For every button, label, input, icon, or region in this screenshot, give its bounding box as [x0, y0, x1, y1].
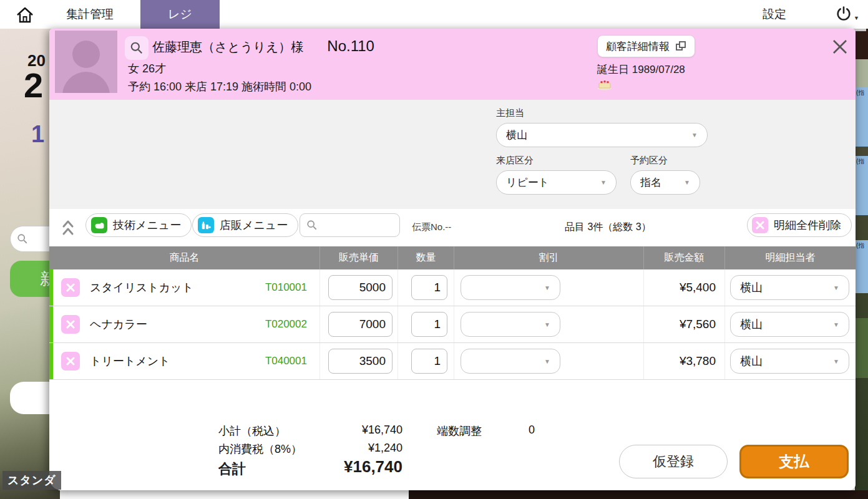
chevron-down-icon: ▼ [854, 15, 859, 21]
item-count: 品目 3件（総数 3） [565, 221, 651, 234]
item-search-field[interactable] [300, 213, 400, 237]
item-code: T040001 [265, 355, 307, 367]
rounding-label: 端数調整 [437, 424, 482, 438]
tax-value: ¥1,240 [311, 442, 402, 455]
table-row: スタイリストカット T010001 ¥5,400 横山 [49, 269, 856, 306]
pay-button[interactable]: 支払 [739, 445, 849, 478]
discount-select[interactable] [461, 275, 560, 300]
background-date-time: 1 [31, 121, 44, 148]
customer-number: No.110 [327, 37, 374, 55]
tab-summary-management[interactable]: 集計管理 [61, 0, 119, 29]
background-photo-block [855, 318, 868, 378]
reserve-type-select[interactable]: 指名 [630, 170, 700, 195]
qty-input[interactable] [411, 312, 447, 337]
delete-all-items-button[interactable]: 明細全件削除 [747, 213, 852, 237]
background-photo-block [855, 29, 868, 59]
x-icon [66, 320, 75, 329]
delete-row-button[interactable] [61, 278, 80, 297]
unit-price-input[interactable] [328, 275, 393, 300]
top-navigation-bar: 集計管理 レジ 設定 ▼ [0, 0, 868, 29]
delete-row-button[interactable] [61, 352, 80, 371]
reserve-type-label: 予約区分 [630, 155, 668, 167]
external-window-icon [675, 41, 686, 52]
row-staff-select[interactable]: 横山 [730, 312, 849, 337]
customer-header: 佐藤理恵（さとうりえ）様 No.110 女 26才 予約 16:00 来店 17… [49, 29, 856, 100]
item-code: T010001 [265, 281, 307, 294]
background-right-strip: (指 (指 (指 [855, 29, 868, 499]
table-row: トリートメント T040001 ¥3,780 横山 [49, 343, 856, 380]
item-name: トリートメント [90, 354, 265, 369]
row-status-bar [49, 343, 53, 379]
background-date-day: 2 [24, 65, 43, 105]
rounding-value: 0 [486, 424, 535, 437]
main-staff-label: 主担当 [496, 107, 524, 119]
tab-register[interactable]: レジ [140, 0, 220, 29]
home-button[interactable] [14, 4, 36, 26]
search-icon [17, 233, 28, 245]
customer-name: 佐藤理恵（さとうりえ）様 [152, 39, 303, 56]
item-code: T020002 [265, 318, 307, 331]
x-icon [66, 283, 75, 292]
products-icon [198, 217, 214, 233]
unit-price-input[interactable] [328, 349, 393, 374]
retail-menu-button[interactable]: 店販メニュー [192, 213, 298, 237]
total-value: ¥16,740 [286, 457, 402, 477]
x-icon [752, 217, 768, 233]
main-staff-select[interactable]: 横山 [496, 123, 708, 147]
background-bottom-strip [409, 490, 868, 499]
qty-input[interactable] [411, 349, 447, 374]
customer-detail-button[interactable]: 顧客詳細情報 [597, 35, 695, 57]
search-icon [130, 41, 144, 55]
close-button[interactable] [829, 36, 851, 57]
sale-amount: ¥3,780 [644, 343, 725, 379]
items-toolbar: 技術メニュー 店販メニュー 伝票No.-- 品目 3件（総数 3） 明細全件削除 [49, 209, 856, 246]
item-search-input[interactable] [318, 220, 386, 231]
visit-type-select[interactable]: リピート [496, 170, 617, 195]
x-icon [66, 357, 75, 366]
slip-number: 伝票No.-- [412, 221, 451, 233]
customer-gender-age: 女 26才 [128, 61, 166, 76]
qty-input[interactable] [411, 275, 447, 300]
column-header-staff: 明細担当者 [725, 246, 856, 269]
row-staff-select[interactable]: 横山 [730, 275, 849, 300]
collapse-icon[interactable] [61, 219, 75, 236]
visit-type-label: 来店区分 [496, 155, 534, 167]
settings-button[interactable]: 設定 [763, 0, 786, 29]
customer-search-button[interactable] [125, 36, 149, 60]
items-table-header: 商品名 販売単価 数量 割引 販売金額 明細担当者 [49, 246, 856, 269]
customer-avatar [55, 31, 117, 93]
sale-amount: ¥7,560 [644, 306, 725, 342]
background-photo-block [855, 59, 868, 87]
column-header-qty: 数量 [398, 246, 454, 269]
power-icon [835, 5, 852, 22]
hand-icon [91, 217, 107, 233]
subtotal-label: 小計（税込） [218, 424, 286, 438]
schedule-entry: (指 [855, 156, 868, 215]
unit-price-input[interactable] [328, 312, 393, 337]
avatar-silhouette [62, 72, 110, 93]
mode-badge: スタンダ [2, 471, 61, 490]
customer-visit-times: 予約 16:00 来店 17:19 施術時間 0:00 [128, 79, 311, 94]
schedule-entry: (指 [855, 240, 868, 293]
row-status-bar [49, 269, 53, 306]
power-button[interactable]: ▼ [835, 5, 861, 25]
row-status-bar [49, 306, 53, 342]
discount-select[interactable] [461, 312, 560, 337]
column-header-amount: 販売金額 [644, 246, 725, 269]
totals-footer: 小計（税込） ¥16,740 端数調整 0 内消費税（8%） ¥1,240 合計… [49, 380, 856, 490]
schedule-entry: (指 [855, 87, 868, 147]
row-staff-select[interactable]: 横山 [730, 349, 849, 374]
discount-select[interactable] [461, 349, 560, 374]
delete-row-button[interactable] [61, 315, 80, 334]
avatar-silhouette [72, 41, 100, 68]
tax-label: 内消費税（8%） [218, 442, 302, 457]
technique-menu-button[interactable]: 技術メニュー [85, 213, 192, 237]
column-header-discount: 割引 [454, 246, 644, 269]
register-modal: 佐藤理恵（さとうりえ）様 No.110 女 26才 予約 16:00 来店 17… [49, 29, 856, 490]
home-icon [15, 5, 35, 25]
subtotal-value: ¥16,740 [311, 424, 402, 437]
customer-birthday: 誕生日 1989/07/28 [597, 62, 685, 77]
draft-register-button[interactable]: 仮登録 [619, 445, 728, 478]
item-name: ヘナカラー [90, 317, 265, 332]
item-name: スタイリストカット [90, 280, 265, 295]
